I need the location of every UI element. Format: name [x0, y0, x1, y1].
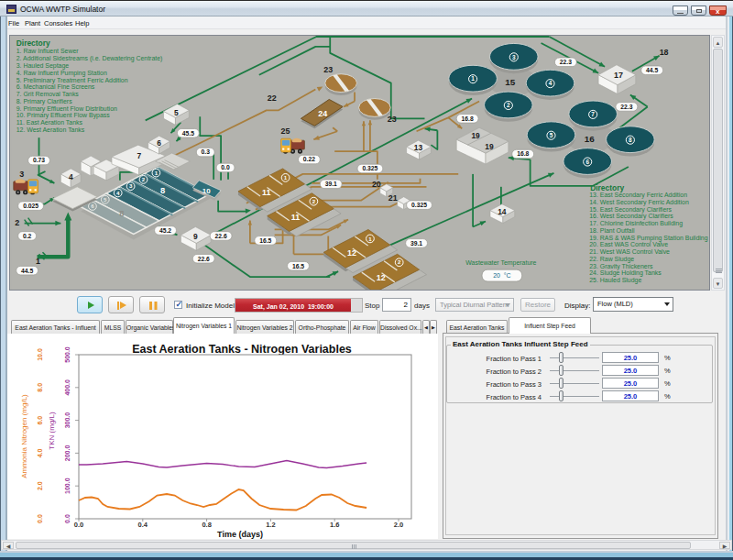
- svg-text:17: 17: [614, 71, 623, 80]
- svg-text:0.22: 0.22: [303, 156, 315, 162]
- svg-text:22: 22: [268, 93, 277, 103]
- svg-text:10: 10: [202, 187, 211, 195]
- svg-text:500.0: 500.0: [64, 346, 71, 363]
- svg-text:1: 1: [155, 170, 159, 176]
- svg-text:5. Preliminary Treatment Ferri: 5. Preliminary Treatment Ferric Addition: [16, 77, 128, 84]
- svg-text:200.0: 200.0: [64, 445, 71, 462]
- svg-text:13: 13: [414, 143, 423, 152]
- svg-text:21: 21: [388, 193, 398, 203]
- svg-text:45.2: 45.2: [159, 227, 171, 234]
- svg-text:0.8: 0.8: [202, 521, 211, 529]
- svg-text:0.3: 0.3: [202, 148, 211, 155]
- svg-text:22.6: 22.6: [215, 233, 227, 239]
- svg-text:16: 16: [585, 134, 596, 144]
- svg-text:44.5: 44.5: [21, 268, 33, 274]
- svg-text:19: 19: [471, 131, 480, 140]
- svg-text:16.5: 16.5: [292, 263, 304, 269]
- svg-text:39.1: 39.1: [325, 181, 337, 187]
- svg-text:2. Additional Sidestreams (i.e: 2. Additional Sidestreams (i.e. Dewateri…: [16, 55, 163, 62]
- svg-text:20: 20: [372, 180, 381, 189]
- svg-text:2.0: 2.0: [394, 521, 403, 529]
- svg-text:44.5: 44.5: [646, 67, 658, 73]
- svg-text:20 °C: 20 °C: [493, 272, 510, 279]
- svg-text:9: 9: [193, 232, 198, 241]
- svg-text:15: 15: [505, 77, 516, 87]
- svg-text:7: 7: [137, 151, 141, 160]
- svg-text:Wastewater Temperature: Wastewater Temperature: [465, 259, 536, 267]
- svg-text:25. Hauled Sludge: 25. Hauled Sludge: [589, 277, 641, 284]
- svg-text:11: 11: [291, 213, 300, 222]
- svg-text:0.4: 0.4: [138, 521, 148, 529]
- svg-text:23: 23: [323, 65, 333, 74]
- svg-text:1: 1: [36, 257, 40, 266]
- svg-text:39.1: 39.1: [410, 240, 422, 247]
- svg-text:1: 1: [284, 174, 288, 181]
- svg-text:8: 8: [629, 137, 632, 143]
- svg-text:22.3: 22.3: [620, 104, 632, 110]
- svg-text:2: 2: [142, 176, 146, 182]
- svg-text:6: 6: [91, 203, 94, 209]
- svg-text:100.0: 100.0: [64, 478, 71, 494]
- svg-text:11: 11: [262, 188, 270, 197]
- svg-text:6: 6: [157, 138, 161, 148]
- svg-text:18. Plant Outfall: 18. Plant Outfall: [589, 227, 635, 234]
- svg-text:2: 2: [15, 219, 19, 228]
- svg-text:21. West WAS Control Valve: 21. West WAS Control Valve: [589, 248, 670, 255]
- svg-text:6: 6: [585, 159, 589, 165]
- svg-text:0.0: 0.0: [37, 514, 43, 523]
- svg-text:1: 1: [471, 75, 475, 82]
- svg-text:4.0: 4.0: [37, 448, 43, 457]
- svg-text:0.2: 0.2: [23, 233, 32, 239]
- svg-text:5: 5: [174, 108, 179, 117]
- svg-text:7. Grit Removal Tanks: 7. Grit Removal Tanks: [16, 91, 80, 97]
- svg-text:20. East WAS Control Valve: 20. East WAS Control Valve: [589, 241, 668, 247]
- svg-text:East Aeration Tanks - Nitrogen: East Aeration Tanks - Nitrogen Variables: [132, 343, 352, 356]
- svg-text:6. Mechanical Fine Screens: 6. Mechanical Fine Screens: [16, 83, 95, 90]
- svg-text:4: 4: [116, 190, 120, 196]
- svg-text:0.325: 0.325: [362, 165, 377, 171]
- svg-text:23: 23: [388, 115, 397, 124]
- svg-text:0.73: 0.73: [33, 157, 45, 163]
- svg-text:Directory: Directory: [16, 38, 50, 48]
- svg-text:16.5: 16.5: [259, 237, 271, 244]
- svg-text:2: 2: [398, 258, 401, 265]
- svg-text:4: 4: [549, 80, 552, 86]
- svg-text:2: 2: [312, 198, 316, 204]
- svg-text:0.325: 0.325: [411, 202, 427, 208]
- svg-text:4. Raw Influent Pumping Statio: 4. Raw Influent Pumping Station: [16, 70, 107, 77]
- svg-text:18: 18: [660, 48, 669, 57]
- svg-text:8: 8: [160, 185, 165, 195]
- svg-text:24: 24: [318, 109, 327, 118]
- svg-text:25: 25: [281, 126, 290, 136]
- svg-text:16.8: 16.8: [517, 150, 529, 157]
- svg-text:6.0: 6.0: [37, 416, 43, 425]
- svg-text:10.0: 10.0: [37, 348, 43, 361]
- svg-text:0.0: 0.0: [221, 164, 230, 170]
- svg-text:Time (days): Time (days): [217, 530, 263, 539]
- svg-text:Ammonia Nitrogen (mg/L): Ammonia Nitrogen (mg/L): [20, 394, 28, 478]
- svg-text:2.0: 2.0: [37, 481, 43, 490]
- svg-text:0.0: 0.0: [74, 521, 83, 529]
- svg-text:16.8: 16.8: [462, 115, 474, 122]
- svg-text:5: 5: [550, 132, 553, 138]
- svg-text:19: 19: [485, 142, 494, 151]
- svg-text:12: 12: [347, 248, 356, 258]
- svg-text:10. Primary Effluent Flow Bypa: 10. Primary Effluent Flow Bypass: [16, 112, 111, 119]
- svg-text:45.5: 45.5: [182, 130, 194, 137]
- svg-text:3: 3: [129, 182, 133, 189]
- svg-text:8. Primary Clarifiers: 8. Primary Clarifiers: [16, 98, 72, 105]
- svg-text:2: 2: [507, 102, 510, 108]
- svg-text:1. Raw Influent Sewer: 1. Raw Influent Sewer: [16, 48, 80, 54]
- svg-text:3: 3: [19, 170, 24, 179]
- svg-text:22.6: 22.6: [198, 256, 210, 262]
- svg-text:14: 14: [498, 207, 507, 216]
- svg-text:22.3: 22.3: [560, 59, 572, 65]
- svg-text:300.0: 300.0: [64, 412, 71, 429]
- svg-text:4: 4: [69, 172, 73, 181]
- svg-text:12. West Aeration Tanks: 12. West Aeration Tanks: [16, 126, 85, 133]
- svg-text:1.2: 1.2: [266, 521, 275, 529]
- svg-text:1: 1: [368, 236, 372, 242]
- svg-text:5: 5: [104, 196, 107, 203]
- svg-text:0.025: 0.025: [23, 203, 38, 209]
- svg-text:8: 8: [119, 208, 124, 218]
